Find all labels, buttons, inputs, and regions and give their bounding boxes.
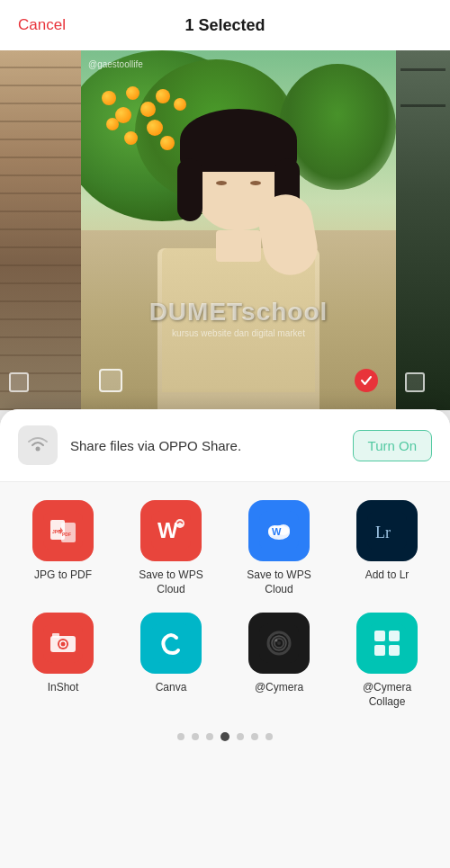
app-icon-wps-blue: W: [248, 500, 310, 561]
app-icon-cymera-collage: [356, 613, 418, 674]
svg-point-20: [61, 642, 66, 647]
app-label-wps-blue: Save to WPS Cloud: [243, 568, 315, 596]
wps-red-icon-svg: W: [151, 511, 191, 550]
cymera-collage-icon-svg: [367, 623, 407, 663]
svg-text:W: W: [272, 526, 282, 537]
oppo-share-banner: Share files via OPPO Share. Turn On: [0, 409, 450, 482]
apps-section: JPG PDF JPG to PDF W: [0, 482, 450, 718]
app-label-inshot: InShot: [48, 681, 79, 695]
inshot-icon-svg: [43, 623, 83, 663]
cymera-icon-svg: [259, 623, 299, 663]
photo-left[interactable]: [0, 50, 81, 410]
svg-point-28: [275, 640, 278, 642]
photo-center[interactable]: DUMETschool kursus website dan digital m…: [81, 50, 396, 410]
app-icon-canva: [140, 613, 202, 674]
watermark-sub: kursus website dan digital market: [149, 328, 328, 338]
dot-0[interactable]: [177, 733, 184, 740]
lr-icon-svg: Lr: [367, 511, 407, 550]
app-item-cymera[interactable]: @Cymera: [225, 613, 333, 709]
app-item-lr[interactable]: Lr Add to Lr: [333, 500, 441, 596]
app-label-cymera: @Cymera: [255, 681, 303, 695]
checkbox-left[interactable]: [9, 372, 29, 392]
header: Cancel 1 Selected: [0, 0, 450, 50]
dot-2[interactable]: [206, 733, 213, 740]
wps-blue-icon-svg: W: [259, 511, 299, 550]
app-item-wps-blue[interactable]: W Save to WPS Cloud: [225, 500, 333, 596]
svg-rect-30: [374, 631, 385, 641]
dot-1[interactable]: [192, 733, 199, 740]
watermark: DUMETschool kursus website dan digital m…: [149, 298, 328, 338]
apps-grid: JPG PDF JPG to PDF W: [9, 500, 441, 709]
dot-6[interactable]: [266, 733, 273, 740]
checkbox-center[interactable]: [99, 369, 122, 392]
app-label-jpg-pdf: JPG to PDF: [34, 568, 92, 583]
app-item-wps-red[interactable]: W Save to WPS Cloud: [117, 500, 225, 596]
checkmark-icon: [360, 374, 373, 387]
app-label-lr: Add to Lr: [365, 568, 410, 583]
photo-right[interactable]: [396, 50, 450, 410]
dots-row: [0, 718, 450, 759]
svg-rect-33: [389, 645, 400, 656]
app-icon-wps-red: W: [140, 500, 202, 561]
oppo-share-text: Share files via OPPO Share.: [70, 438, 353, 453]
svg-text:Lr: Lr: [375, 523, 391, 541]
oppo-share-icon: [18, 425, 58, 465]
app-icon-lr: Lr: [356, 500, 418, 561]
dot-5[interactable]: [251, 733, 258, 740]
svg-text:PDF: PDF: [62, 532, 71, 537]
app-item-jpg-pdf[interactable]: JPG PDF JPG to PDF: [9, 500, 117, 596]
canva-icon-svg: [151, 623, 191, 663]
svg-rect-22: [151, 623, 191, 663]
header-title: 1 Selected: [184, 16, 265, 35]
dot-3-active[interactable]: [220, 732, 230, 741]
checkbox-right[interactable]: [405, 372, 425, 392]
dot-4[interactable]: [237, 733, 244, 740]
svg-rect-21: [52, 633, 59, 638]
svg-point-27: [277, 641, 281, 645]
app-label-wps-red: Save to WPS Cloud: [135, 568, 207, 596]
svg-text:W: W: [158, 518, 178, 542]
username-tag: @gaestoollife: [88, 59, 143, 69]
app-label-canva: Canva: [156, 681, 187, 695]
watermark-main: DUMETschool: [149, 298, 328, 327]
app-icon-jpg-pdf: JPG PDF: [32, 500, 94, 561]
svg-rect-29: [367, 623, 407, 663]
photo-strip: DUMETschool kursus website dan digital m…: [0, 50, 450, 410]
app-icon-inshot: [32, 613, 94, 674]
app-label-cymera-collage: @Cymera Collage: [351, 681, 423, 709]
cancel-button[interactable]: Cancel: [18, 16, 66, 34]
app-item-inshot[interactable]: InShot: [9, 613, 117, 709]
turn-on-button[interactable]: Turn On: [353, 430, 432, 461]
app-icon-cymera: [248, 613, 310, 674]
svg-point-8: [176, 519, 184, 528]
bottom-sheet: Share files via OPPO Share. Turn On JPG …: [0, 409, 450, 868]
wifi-share-icon: [25, 433, 50, 458]
selected-badge[interactable]: [355, 369, 378, 392]
svg-rect-32: [374, 645, 385, 656]
svg-rect-31: [389, 631, 400, 641]
app-item-canva[interactable]: Canva: [117, 613, 225, 709]
jpg-pdf-icon-svg: JPG PDF: [43, 511, 83, 550]
svg-point-0: [36, 447, 40, 452]
app-item-cymera-collage[interactable]: @Cymera Collage: [333, 613, 441, 709]
